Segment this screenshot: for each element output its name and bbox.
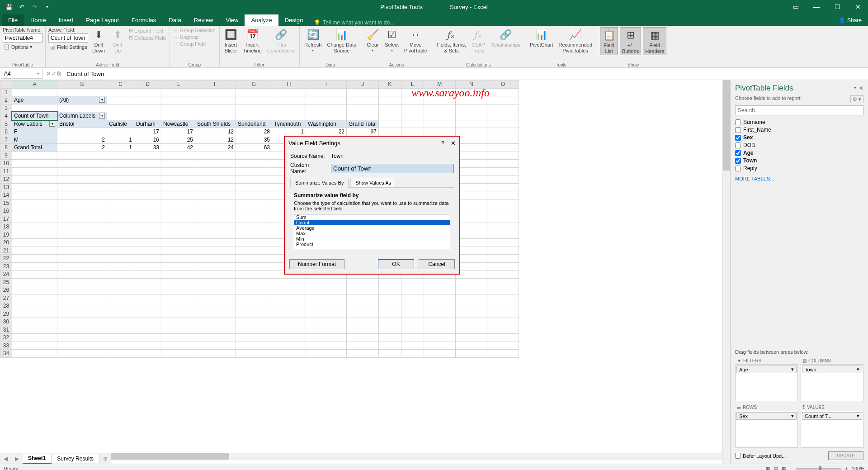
col-header[interactable]: C — [107, 81, 134, 89]
tab-data[interactable]: Data — [162, 14, 187, 26]
cell[interactable] — [195, 112, 236, 120]
cell[interactable]: Durham — [134, 120, 161, 128]
cell[interactable] — [236, 176, 272, 184]
cell[interactable] — [57, 160, 107, 168]
cell[interactable] — [272, 318, 306, 326]
cell[interactable] — [161, 199, 195, 207]
cell[interactable] — [134, 160, 161, 168]
cell[interactable]: M — [12, 136, 57, 144]
cell[interactable] — [57, 167, 107, 176]
cell[interactable] — [195, 199, 236, 207]
cell[interactable] — [12, 191, 57, 199]
cell[interactable] — [12, 207, 57, 215]
cell[interactable] — [134, 310, 161, 318]
cell[interactable] — [161, 350, 195, 358]
cell[interactable]: Row Labels▾ — [12, 120, 57, 128]
cell[interactable]: 25 — [161, 136, 195, 144]
cell[interactable] — [401, 286, 424, 294]
cell[interactable] — [195, 255, 236, 263]
row-header[interactable]: 2 — [0, 96, 12, 104]
cell[interactable] — [161, 247, 195, 255]
col-header[interactable]: J — [347, 81, 379, 89]
cell[interactable] — [378, 334, 401, 342]
row-header[interactable]: 13 — [0, 183, 12, 191]
cell[interactable] — [12, 286, 57, 294]
cell[interactable] — [236, 310, 272, 318]
collapse-field-button[interactable]: ⊟ Collapse Field — [128, 34, 167, 41]
zoom-in-icon[interactable]: + — [845, 466, 848, 470]
cell[interactable] — [455, 318, 487, 326]
cell[interactable] — [12, 302, 57, 310]
cell[interactable] — [195, 262, 236, 271]
sheet-nav-next[interactable]: ▶ — [11, 456, 23, 462]
cell[interactable] — [12, 88, 57, 96]
cell[interactable] — [161, 160, 195, 168]
list-option[interactable]: Sum — [294, 214, 450, 220]
cell[interactable] — [272, 96, 306, 104]
cell[interactable] — [12, 310, 57, 318]
cell[interactable] — [424, 334, 455, 342]
cell[interactable] — [236, 302, 272, 310]
cell[interactable] — [195, 294, 236, 302]
cell[interactable] — [134, 286, 161, 294]
cell[interactable] — [57, 207, 107, 215]
cell[interactable] — [487, 120, 519, 128]
cell[interactable] — [487, 223, 519, 231]
cell[interactable] — [487, 350, 519, 358]
cell[interactable]: Grand Total — [347, 120, 379, 128]
cell[interactable] — [378, 294, 401, 302]
cell[interactable] — [378, 104, 401, 112]
group-field-button[interactable]: → Group Field — [173, 41, 217, 47]
cell[interactable] — [107, 191, 134, 199]
row-header[interactable]: 26 — [0, 286, 12, 294]
defer-layout-checkbox[interactable]: Defer Layout Upd... — [735, 453, 786, 459]
row-header[interactable]: 10 — [0, 160, 12, 168]
cell[interactable] — [236, 191, 272, 199]
cell[interactable] — [424, 318, 455, 326]
cell[interactable] — [134, 318, 161, 326]
cell[interactable] — [306, 104, 347, 112]
cell[interactable]: F — [12, 128, 57, 136]
cell[interactable] — [401, 318, 424, 326]
cell[interactable] — [161, 255, 195, 263]
cell[interactable] — [487, 342, 519, 350]
cell[interactable] — [134, 239, 161, 247]
row-chip[interactable]: Sex▾ — [736, 412, 797, 420]
cell[interactable] — [378, 350, 401, 358]
cell[interactable] — [107, 223, 134, 231]
row-header[interactable]: 23 — [0, 262, 12, 271]
cancel-button[interactable]: Cancel — [419, 259, 455, 269]
cell[interactable] — [107, 104, 134, 112]
cell[interactable]: Sunderland — [236, 120, 272, 128]
cell[interactable] — [12, 152, 57, 160]
cell[interactable] — [236, 96, 272, 104]
cell[interactable] — [107, 128, 134, 136]
cell[interactable] — [134, 334, 161, 342]
cell[interactable] — [134, 96, 161, 104]
cell[interactable] — [272, 310, 306, 318]
cell[interactable]: 24 — [195, 144, 236, 152]
cell[interactable] — [272, 112, 306, 120]
cell[interactable] — [161, 223, 195, 231]
cell[interactable] — [107, 255, 134, 263]
recommended-pivottables-button[interactable]: 📈Recommended PivotTables — [557, 27, 594, 54]
cell[interactable] — [272, 294, 306, 302]
cell[interactable] — [134, 104, 161, 112]
cell[interactable] — [12, 167, 57, 176]
cell[interactable] — [161, 112, 195, 120]
filter-chip[interactable]: Age▾ — [736, 366, 797, 373]
field-settings-button[interactable]: 📊 Field Settings — [48, 43, 88, 50]
cell[interactable] — [134, 223, 161, 231]
cell[interactable] — [161, 326, 195, 334]
cell[interactable]: 97 — [347, 128, 379, 136]
cell[interactable]: Tynemouth — [272, 120, 306, 128]
cell[interactable] — [306, 294, 347, 302]
cell[interactable] — [378, 342, 401, 350]
tell-me-box[interactable]: 💡 Tell me what you want to do... — [314, 19, 394, 26]
cell[interactable] — [306, 350, 347, 358]
row-header[interactable]: 32 — [0, 334, 12, 342]
cell[interactable] — [12, 255, 57, 263]
cell[interactable] — [107, 239, 134, 247]
cell[interactable] — [57, 199, 107, 207]
zoom-out-icon[interactable]: − — [790, 466, 793, 470]
